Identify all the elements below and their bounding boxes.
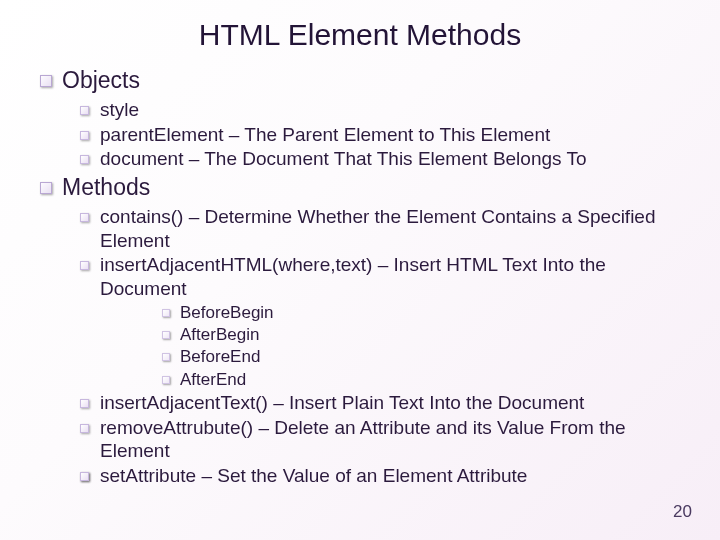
list-item: AfterEnd <box>162 369 680 390</box>
list-item: AfterBegin <box>162 324 680 345</box>
list-item: BeforeBegin <box>162 302 680 323</box>
list-item: parentElement – The Parent Element to Th… <box>80 123 680 147</box>
outline-root: Objects style parentElement – The Parent… <box>40 66 680 488</box>
page-number: 20 <box>673 502 692 522</box>
section-heading: Objects <box>40 66 680 95</box>
where-options-list: BeforeBegin AfterBegin BeforeEnd AfterEn… <box>162 302 680 390</box>
list-item: insertAdjacentText() – Insert Plain Text… <box>80 391 680 415</box>
list-item: document – The Document That This Elemen… <box>80 147 680 171</box>
list-item: insertAdjacentHTML(where,text) – Insert … <box>80 253 680 301</box>
slide-title: HTML Element Methods <box>40 18 680 52</box>
objects-list: style parentElement – The Parent Element… <box>80 98 680 171</box>
list-item: setAttribute – Set the Value of an Eleme… <box>80 464 680 488</box>
list-item: removeAttrubute() – Delete an Attribute … <box>80 416 680 464</box>
list-item: style <box>80 98 680 122</box>
list-item: contains() – Determine Whether the Eleme… <box>80 205 680 253</box>
section-heading: Methods <box>40 173 680 202</box>
methods-list: contains() – Determine Whether the Eleme… <box>80 205 680 488</box>
list-item: BeforeEnd <box>162 346 680 367</box>
